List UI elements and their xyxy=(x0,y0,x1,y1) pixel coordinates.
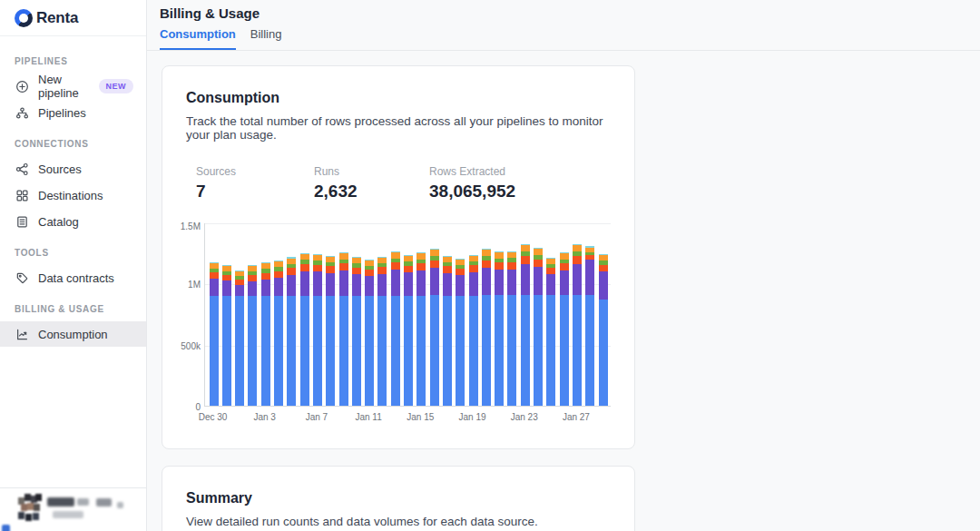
segment-purple xyxy=(443,273,452,296)
segment-blue xyxy=(235,296,244,406)
segment-red xyxy=(521,256,530,263)
bar-jan-27[interactable] xyxy=(573,244,582,406)
bar-jan-23[interactable] xyxy=(521,244,530,406)
x-tick-label: Dec 30 xyxy=(199,412,228,422)
sidebar-item-label: Catalog xyxy=(38,215,146,229)
bar-jan-24[interactable] xyxy=(534,248,543,406)
sidebar-item-new-pipeline[interactable]: New pipelineNEW xyxy=(0,74,146,99)
sidebar-item-catalog[interactable]: Catalog xyxy=(0,209,146,234)
bar-dec-30[interactable] xyxy=(210,262,219,406)
user-account-area[interactable] xyxy=(0,487,146,531)
segment-purple xyxy=(456,275,465,296)
bar-jan-15[interactable] xyxy=(416,252,426,406)
sidebar-item-sources[interactable]: Sources xyxy=(0,156,146,182)
segment-blue xyxy=(287,296,296,406)
bar-jan-19[interactable] xyxy=(469,255,478,406)
section-label-connections: Connections xyxy=(0,126,146,156)
summary-card-description: View detailed run counts and data volume… xyxy=(186,515,611,528)
chart-icon xyxy=(15,327,29,341)
bar-jan-29[interactable] xyxy=(599,254,608,406)
segment-blue xyxy=(456,296,465,406)
bar-jan-1[interactable] xyxy=(235,270,244,406)
bar-jan-4[interactable] xyxy=(274,261,283,406)
user-meta-redacted xyxy=(117,502,123,508)
y-tick-label: 500k xyxy=(181,340,201,350)
bar-jan-2[interactable] xyxy=(248,265,257,406)
segment-red xyxy=(495,262,504,270)
bar-jan-14[interactable] xyxy=(404,255,413,406)
bar-jan-26[interactable] xyxy=(560,252,569,406)
segment-orange xyxy=(534,249,543,255)
segment-purple xyxy=(507,270,516,296)
tab-consumption[interactable]: Consumption xyxy=(160,27,236,50)
sidebar-item-destinations[interactable]: Destinations xyxy=(0,182,146,208)
content: Consumption Track the total number of ro… xyxy=(147,51,980,531)
stat-value: 7 xyxy=(196,182,314,202)
segment-purple xyxy=(521,264,530,296)
sidebar-item-label: Pipelines xyxy=(38,106,146,120)
bar-jan-3[interactable] xyxy=(261,262,270,406)
segment-red xyxy=(560,263,569,270)
bar-jan-10[interactable] xyxy=(352,257,361,406)
bar-jan-13[interactable] xyxy=(391,251,400,406)
stat-rows-extracted: Rows Extracted 38,065,952 xyxy=(429,165,515,202)
segment-purple xyxy=(482,268,491,296)
segment-red xyxy=(507,262,516,270)
segment-blue xyxy=(495,295,504,406)
segment-blue xyxy=(546,295,555,406)
segment-purple xyxy=(430,268,439,296)
bar-jan-9[interactable] xyxy=(339,252,348,406)
stat-label: Runs xyxy=(314,165,429,178)
x-tick-label: Jan 3 xyxy=(253,412,275,422)
logo[interactable]: Renta xyxy=(0,0,146,36)
page-header: Billing & Usage Consumption Billing xyxy=(147,0,980,51)
sidebar-item-consumption[interactable]: Consumption xyxy=(0,321,146,347)
sidebar: Renta PipelinesNew pipelineNEWPipelinesC… xyxy=(0,0,147,531)
segment-blue xyxy=(469,296,478,406)
main-area: Billing & Usage Consumption Billing Cons… xyxy=(147,0,980,531)
bar-jan-8[interactable] xyxy=(326,256,335,406)
user-name-redacted xyxy=(77,498,89,506)
chart-y-axis: 0500k1M1.5M xyxy=(186,223,204,407)
bar-jan-21[interactable] xyxy=(495,251,504,406)
bar-jan-11[interactable] xyxy=(365,260,374,406)
segment-purple xyxy=(313,271,322,296)
bar-jan-18[interactable] xyxy=(456,259,465,406)
segment-orange xyxy=(521,245,530,251)
stat-label: Sources xyxy=(196,165,314,178)
sidebar-item-data-contracts[interactable]: Data contracts xyxy=(0,265,146,290)
bar-jan-7[interactable] xyxy=(313,254,322,406)
bar-jan-6[interactable] xyxy=(300,253,309,406)
segment-red xyxy=(599,265,608,272)
segment-red xyxy=(573,256,582,263)
new-badge: NEW xyxy=(99,79,134,93)
segment-orange xyxy=(482,250,491,256)
sidebar-item-pipelines[interactable]: Pipelines xyxy=(0,100,146,125)
segment-blue xyxy=(326,296,335,406)
bar-jan-22[interactable] xyxy=(507,251,516,406)
sidebar-item-label: Data contracts xyxy=(38,271,146,285)
bar-jan-16[interactable] xyxy=(430,249,439,406)
stat-sources: Sources 7 xyxy=(196,165,314,202)
avatar xyxy=(18,494,42,522)
segment-purple xyxy=(326,273,335,296)
bar-jan-25[interactable] xyxy=(546,258,555,406)
segment-blue xyxy=(482,295,491,406)
bar-jan-17[interactable] xyxy=(443,256,452,406)
chat-widget-icon[interactable] xyxy=(2,525,10,531)
segment-purple xyxy=(235,285,244,296)
page-title: Billing & Usage xyxy=(160,5,980,21)
segment-red xyxy=(274,271,283,278)
segment-purple xyxy=(210,279,219,297)
bar-jan-20[interactable] xyxy=(482,249,491,406)
bar-jan-5[interactable] xyxy=(287,257,296,406)
bar-jan-12[interactable] xyxy=(377,257,387,406)
share-icon xyxy=(15,162,29,176)
segment-red xyxy=(456,269,465,275)
sidebar-item-label: Destinations xyxy=(38,189,146,202)
tab-billing[interactable]: Billing xyxy=(250,27,282,50)
segment-red xyxy=(469,265,478,272)
bar-dec-31[interactable] xyxy=(222,265,231,406)
bar-jan-28[interactable] xyxy=(585,246,594,406)
section-label-tools: Tools xyxy=(0,235,146,265)
